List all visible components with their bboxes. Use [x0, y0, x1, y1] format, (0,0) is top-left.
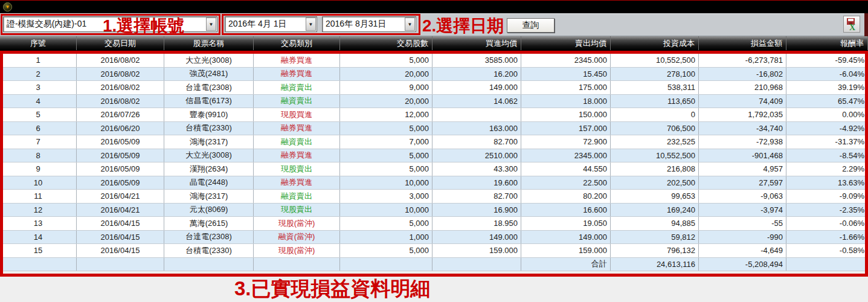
column-header-quantity[interactable]: 交易股數	[340, 36, 432, 50]
table-row[interactable]: 92016/05/09漢翔(2634)現股賣出5,00043.30044.550…	[0, 162, 868, 176]
column-header-sell-avg[interactable]: 賣出均價	[521, 36, 611, 50]
table-row[interactable]: 52016/07/26豐泰(9910)現股買進12,000150.00001,7…	[0, 108, 868, 122]
cell-stock-name: 萬海(2615)	[164, 217, 254, 230]
cell-cost: 278,100	[611, 68, 699, 81]
cell-roi: -6.04%	[786, 68, 868, 81]
cell-serial: 4	[0, 95, 77, 108]
cell-roi: -0.06%	[786, 217, 868, 230]
table-row[interactable]: 42016/08/02信昌電(6173)融資賣出20,00014.06218.0…	[0, 95, 868, 109]
cell-trade-type: 融資賣出	[254, 81, 340, 94]
cell-cost: 113,650	[611, 95, 699, 108]
cell-trade-type: 融券買進	[254, 122, 340, 135]
cell-trade-date: 2016/06/20	[77, 122, 164, 135]
cell-sell-avg: 175.000	[521, 81, 611, 94]
cell-trade-date: 2016/05/09	[77, 162, 164, 176]
account-dropdown-arrow-icon[interactable]: ▼	[206, 18, 216, 31]
cell-trade-type: 融券買進	[254, 176, 340, 190]
cell-pl: 4,957	[699, 162, 786, 176]
cell-trade-date: 2016/08/02	[77, 81, 164, 94]
column-header-trade-type[interactable]: 交易類別	[254, 36, 340, 50]
total-empty-cell	[0, 258, 77, 271]
column-header-serial[interactable]: 序號	[0, 36, 77, 50]
export-excel-button[interactable]: X	[843, 16, 860, 33]
cell-quantity: 20,000	[340, 68, 432, 81]
cell-sell-avg: 19.050	[521, 217, 611, 230]
column-header-pl[interactable]: 損益金額	[699, 36, 786, 50]
tab-menu-button[interactable]: ▼	[3, 2, 12, 11]
table-row[interactable]: 132016/04/15萬海(2615)現股(當沖)5,00018.95019.…	[0, 217, 868, 231]
cell-trade-date: 2016/05/09	[77, 149, 164, 162]
date-to-select[interactable]: 2016年 8月31日 ▼	[322, 16, 416, 32]
cell-roi: 65.47%	[786, 95, 868, 108]
cell-sell-avg: 2345.000	[521, 54, 611, 67]
column-header-trade-date[interactable]: 交易日期	[77, 36, 164, 50]
date-from-select[interactable]: 2016年 4月 1日 ▼	[225, 16, 317, 32]
cell-cost: 232,525	[611, 135, 699, 149]
cell-cost: 538,311	[611, 81, 699, 94]
date-to-dropdown-arrow-icon[interactable]: ▼	[405, 18, 415, 31]
cell-cost: 59,812	[611, 231, 699, 244]
cell-serial: 11	[0, 190, 77, 203]
table-row[interactable]: 22016/08/02強茂(2481)融券買進20,00016.20015.45…	[0, 68, 868, 82]
cell-stock-name: 台積電(2330)	[164, 122, 254, 135]
cell-roi: -1.66%	[786, 231, 868, 244]
table-row[interactable]: 122016/04/21元太(8069)現股賣出10,00016.90016.6…	[0, 204, 868, 217]
total-label: 合計	[521, 258, 611, 271]
cell-trade-type: 現股(當沖)	[254, 244, 340, 257]
date-to-value: 2016年 8月31日	[323, 19, 404, 30]
cell-pl: -16,802	[699, 68, 786, 81]
cell-quantity: 5,000	[340, 162, 432, 176]
cell-buy-avg: 82.700	[432, 190, 521, 203]
cell-buy-avg: 43.300	[432, 162, 521, 176]
cell-serial: 15	[0, 244, 77, 257]
realized-pl-window: ▼ 歷史委託查詢歷史成交查詢對帳單未實現損益已實現損益績效 證-模擬交易(內建)…	[0, 0, 868, 302]
cell-roi: -2.35%	[786, 204, 868, 217]
table-row[interactable]: 72016/05/09鴻海(2317)融資賣出7,00082.70072.900…	[0, 135, 868, 149]
cell-roi: 0.00%	[786, 108, 868, 121]
table-row[interactable]: 152016/04/15台積電(2330)現股(當沖)5,000159.0001…	[0, 244, 868, 258]
date-from-dropdown-arrow-icon[interactable]: ▼	[306, 18, 316, 31]
cell-quantity: 5,000	[340, 122, 432, 135]
cell-sell-avg: 18.000	[521, 95, 611, 108]
table-row[interactable]: 102016/05/09晶電(2448)融券買進10,00019.60022.5…	[0, 176, 868, 190]
table-row[interactable]: 142016/04/15台達電(2308)融資(當沖)1,000149.0001…	[0, 231, 868, 245]
cell-cost: 796,132	[611, 244, 699, 257]
cell-serial: 7	[0, 135, 77, 149]
cell-serial: 2	[0, 68, 77, 81]
cell-serial: 5	[0, 108, 77, 121]
table-row[interactable]: 82016/05/09大立光(3008)融券買進5,0002510.000234…	[0, 149, 868, 163]
cell-quantity: 5,000	[340, 54, 432, 67]
table-row[interactable]: 62016/06/20台積電(2330)融券買進5,000163.000157.…	[0, 122, 868, 136]
cell-buy-avg: 19.600	[432, 176, 521, 190]
cell-buy-avg: 149.000	[432, 81, 521, 94]
cell-pl: -6,273,781	[699, 54, 786, 67]
cell-cost: 0	[611, 108, 699, 121]
cell-stock-name: 台達電(2308)	[164, 231, 254, 244]
column-header-roi[interactable]: 報酬率	[786, 36, 868, 50]
table-row[interactable]: 12016/08/02大立光(3008)融券買進5,0003585.000234…	[0, 54, 868, 68]
cell-sell-avg: 72.900	[521, 135, 611, 149]
cell-quantity: 10,000	[340, 176, 432, 190]
cell-quantity: 3,000	[340, 190, 432, 203]
cell-trade-type: 現股賣出	[254, 162, 340, 176]
cell-quantity: 7,000	[340, 135, 432, 149]
table-row[interactable]: 112016/04/21鴻海(2317)融資賣出3,00082.70080.20…	[0, 190, 868, 204]
cell-pl: -990	[699, 231, 786, 244]
cell-buy-avg	[432, 108, 521, 121]
cell-roi: 13.63%	[786, 176, 868, 190]
column-header-buy-avg[interactable]: 買進均價	[432, 36, 521, 50]
cell-roi: -4.92%	[786, 122, 868, 135]
query-button[interactable]: 查詢	[507, 18, 555, 33]
cell-stock-name: 台達電(2308)	[164, 81, 254, 94]
cell-stock-name: 漢翔(2634)	[164, 162, 254, 176]
cell-pl: -72,938	[699, 135, 786, 149]
cell-buy-avg: 149.000	[432, 231, 521, 244]
cell-cost: 202,500	[611, 176, 699, 190]
table-row[interactable]: 32016/08/02台達電(2308)融資賣出9,000149.000175.…	[0, 81, 868, 95]
column-header-cost[interactable]: 投資成本	[611, 36, 699, 50]
cell-stock-name: 台積電(2330)	[164, 244, 254, 257]
cell-serial: 8	[0, 149, 77, 162]
column-header-stock-name[interactable]: 股票名稱	[164, 36, 254, 50]
cell-sell-avg: 157.000	[521, 122, 611, 135]
cell-quantity: 20,000	[340, 95, 432, 108]
